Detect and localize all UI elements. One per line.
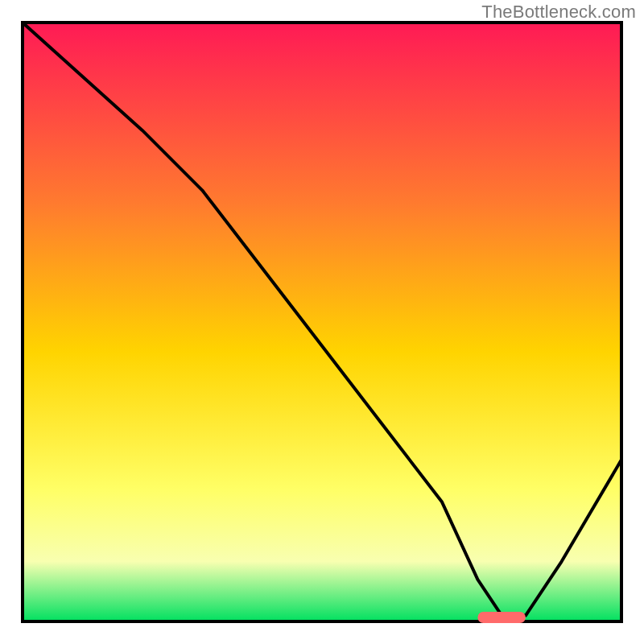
optimal-marker [477,612,526,623]
bottleneck-chart [0,0,644,644]
plot-area [23,23,621,623]
chart-container: { "attribution": "TheBottleneck.com", "c… [0,0,644,644]
gradient-background [23,23,621,621]
